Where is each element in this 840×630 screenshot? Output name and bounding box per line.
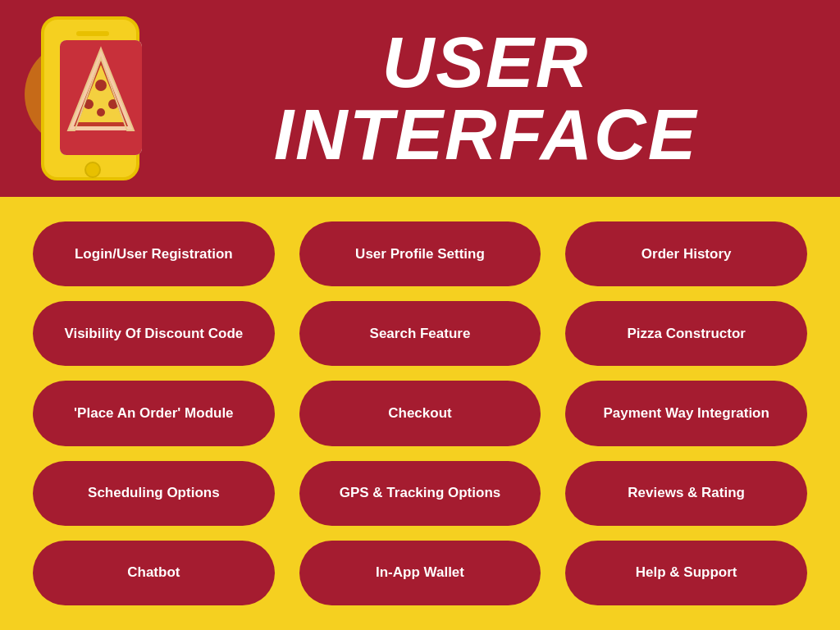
feature-button[interactable]: Help & Support: [565, 541, 807, 605]
feature-button[interactable]: Pizza Constructor: [565, 301, 807, 366]
feature-button[interactable]: Search Feature: [299, 301, 541, 366]
title-line1: USER: [274, 26, 698, 98]
phone-home-button: [84, 162, 101, 178]
feature-button[interactable]: GPS & Tracking Options: [299, 461, 541, 526]
feature-button[interactable]: User Profile Setting: [299, 221, 541, 286]
phone-screen: [60, 40, 142, 155]
features-grid: Login/User RegistrationUser Profile Sett…: [0, 197, 840, 630]
svg-point-4: [95, 80, 107, 91]
header: USER INTERFACE: [0, 0, 840, 197]
feature-button[interactable]: Visibility Of Discount Code: [33, 301, 275, 366]
main-title: USER INTERFACE: [274, 26, 698, 171]
phone-illustration: [33, 12, 164, 185]
feature-button[interactable]: Payment Way Integration: [565, 381, 807, 445]
feature-button[interactable]: In-App Wallet: [299, 541, 541, 605]
feature-button[interactable]: Chatbot: [33, 541, 275, 605]
phone-body: [41, 16, 139, 180]
feature-button[interactable]: 'Place An Order' Module: [33, 381, 275, 445]
feature-button[interactable]: Login/User Registration: [33, 221, 275, 286]
phone-speaker: [76, 31, 109, 36]
title-area: USER INTERFACE: [164, 26, 807, 171]
feature-button[interactable]: Order History: [565, 221, 807, 286]
feature-button[interactable]: Reviews & Rating: [565, 461, 807, 526]
svg-point-7: [97, 108, 105, 116]
title-line2: INTERFACE: [274, 98, 698, 171]
feature-button[interactable]: Checkout: [299, 381, 541, 445]
feature-button[interactable]: Scheduling Options: [33, 461, 275, 526]
